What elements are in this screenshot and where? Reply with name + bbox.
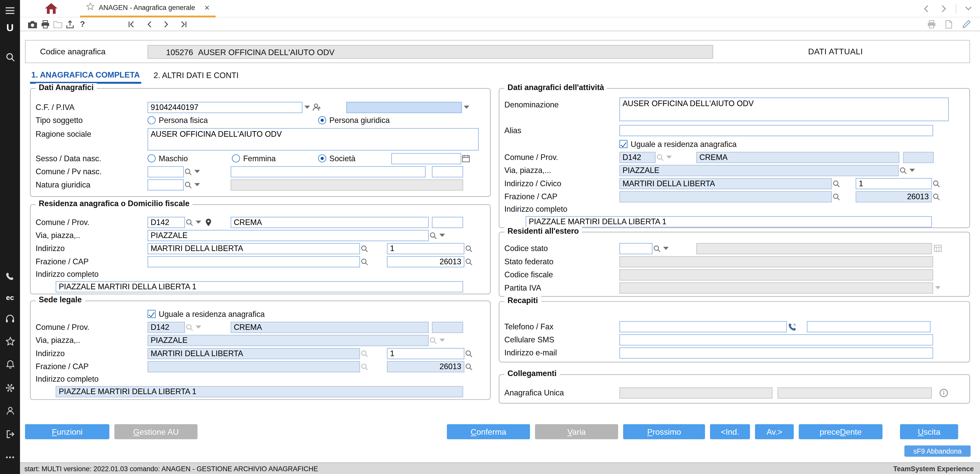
- residenza-comune-input[interactable]: [231, 216, 429, 228]
- hamburger-menu-icon[interactable]: [0, 3, 20, 19]
- checkbox-uguale-residenza[interactable]: [619, 140, 628, 148]
- tab-anagen[interactable]: ANAGEN - Anagrafica generale ×: [80, 0, 216, 17]
- fax-input[interactable]: [807, 321, 931, 332]
- attivita-civico-input[interactable]: [856, 178, 932, 189]
- chevron-down-icon[interactable]: [438, 230, 446, 240]
- search-icon[interactable]: [185, 217, 194, 227]
- abbandona-button[interactable]: sF9 Abbandona: [904, 445, 971, 457]
- avanti-button[interactable]: Av.>: [755, 424, 794, 439]
- conferma-button[interactable]: Conferma: [447, 424, 530, 439]
- search-icon[interactable]: [899, 165, 907, 175]
- tab-altri-dati-e-conti[interactable]: 2. ALTRI DATI E CONTI: [152, 67, 240, 84]
- radio-societa[interactable]: [318, 154, 326, 162]
- tab-list-chevron-down-icon[interactable]: [963, 3, 974, 14]
- residenza-prov-input[interactable]: [432, 216, 463, 228]
- ragione-sociale-textarea[interactable]: AUSER OFFICINA DELL'AIUTO ODV: [148, 128, 479, 151]
- comune-nasc-code-input[interactable]: [148, 166, 184, 177]
- radio-maschio[interactable]: [148, 154, 156, 162]
- residenza-via-input[interactable]: [148, 230, 429, 241]
- nav-last-icon[interactable]: [178, 18, 190, 30]
- radio-persona-giuridica[interactable]: [318, 116, 326, 124]
- nav-first-icon[interactable]: [125, 18, 138, 30]
- tab-scroll-left-icon[interactable]: [921, 3, 932, 14]
- search-icon[interactable]: [360, 256, 369, 266]
- ec-logo[interactable]: ec: [6, 291, 14, 303]
- search-icon[interactable]: [832, 192, 841, 202]
- help-icon[interactable]: ?: [76, 18, 89, 30]
- calendar-icon[interactable]: [461, 153, 470, 163]
- chevron-down-icon[interactable]: [192, 180, 201, 189]
- chevron-down-icon[interactable]: [661, 243, 670, 253]
- pencil-icon[interactable]: [960, 18, 973, 30]
- codice-stato-input[interactable]: [619, 243, 652, 254]
- attivita-indirizzo-completo-field[interactable]: [526, 216, 932, 227]
- sede-civico-input[interactable]: [387, 348, 465, 359]
- star-icon[interactable]: [0, 333, 20, 350]
- tab-scroll-right-icon[interactable]: [938, 3, 950, 14]
- person-lookup-icon[interactable]: [311, 102, 323, 112]
- search-icon[interactable]: [360, 243, 369, 253]
- chevron-down-icon[interactable]: [192, 167, 201, 177]
- search-icon[interactable]: [429, 230, 438, 240]
- residenza-cap-input[interactable]: [387, 256, 465, 267]
- telefono-input[interactable]: [619, 321, 787, 332]
- ellipsis-icon[interactable]: [0, 449, 20, 465]
- favorite-star-icon[interactable]: [86, 3, 94, 13]
- pv-nasc-input[interactable]: [432, 166, 463, 177]
- home-icon[interactable]: [44, 2, 59, 15]
- residenza-comune-code-input[interactable]: [148, 216, 185, 228]
- user-icon[interactable]: [0, 403, 20, 419]
- search-icon[interactable]: [184, 180, 192, 189]
- residenza-civico-input[interactable]: [387, 243, 465, 254]
- gestione-au-button[interactable]: Gestione AU: [115, 424, 197, 439]
- logout-icon[interactable]: [0, 426, 20, 442]
- uscita-button[interactable]: Uscita: [900, 424, 958, 439]
- chevron-down-icon[interactable]: [194, 217, 202, 227]
- search-icon[interactable]: [465, 348, 473, 358]
- search-icon[interactable]: [184, 167, 192, 177]
- search-icon[interactable]: [465, 256, 473, 266]
- map-pin-icon[interactable]: [202, 217, 213, 227]
- residenza-indirizzo-input[interactable]: [148, 243, 360, 254]
- denominazione-textarea[interactable]: AUSER OFFICINA DELL'AIUTO ODV: [619, 97, 949, 121]
- indietro-button[interactable]: <Ind.: [710, 424, 750, 439]
- phone-contact-icon[interactable]: [0, 268, 20, 284]
- precedente-button[interactable]: preceDente: [799, 424, 883, 439]
- tab-anagrafica-completa[interactable]: 1. ANAGRAFICA COMPLETA: [30, 67, 141, 84]
- close-tab-icon[interactable]: ×: [204, 3, 210, 12]
- funzioni-button[interactable]: Funzioni: [25, 424, 110, 439]
- data-nascita-input[interactable]: [391, 153, 461, 164]
- radio-persona-fisica[interactable]: [148, 116, 156, 124]
- nav-next-icon[interactable]: [160, 18, 172, 30]
- search-icon[interactable]: [932, 178, 940, 188]
- residenza-indirizzo-completo-field[interactable]: [56, 281, 463, 292]
- search-icon[interactable]: [832, 178, 841, 188]
- varia-button[interactable]: Varia: [535, 424, 618, 439]
- prossimo-button[interactable]: Prossimo: [623, 424, 705, 439]
- phone-icon[interactable]: [787, 321, 798, 331]
- residenza-frazione-input[interactable]: [148, 256, 360, 267]
- cf-piva-input[interactable]: [148, 102, 302, 113]
- headset-icon[interactable]: [0, 310, 20, 326]
- email-input[interactable]: [619, 347, 933, 358]
- camera-icon[interactable]: [26, 18, 39, 30]
- info-icon[interactable]: [938, 388, 950, 398]
- nav-prev-icon[interactable]: [142, 18, 155, 30]
- checkbox-uguale-residenza[interactable]: [148, 310, 156, 318]
- chevron-down-icon[interactable]: [302, 102, 311, 112]
- chevron-down-icon[interactable]: [462, 102, 471, 112]
- cf-secondary-input[interactable]: [346, 102, 462, 113]
- search-icon[interactable]: [0, 49, 20, 65]
- gear-icon[interactable]: [0, 380, 20, 396]
- search-icon[interactable]: [465, 361, 473, 371]
- chevron-down-icon[interactable]: [907, 165, 916, 175]
- radio-femmina[interactable]: [232, 154, 240, 162]
- alias-input[interactable]: [619, 125, 933, 136]
- print-icon[interactable]: [39, 18, 51, 30]
- export-icon[interactable]: [64, 18, 76, 30]
- search-icon[interactable]: [465, 243, 473, 253]
- search-icon[interactable]: [652, 243, 661, 253]
- comune-nasc-input[interactable]: [231, 166, 426, 177]
- search-icon[interactable]: [932, 192, 940, 202]
- bell-icon[interactable]: [0, 357, 20, 373]
